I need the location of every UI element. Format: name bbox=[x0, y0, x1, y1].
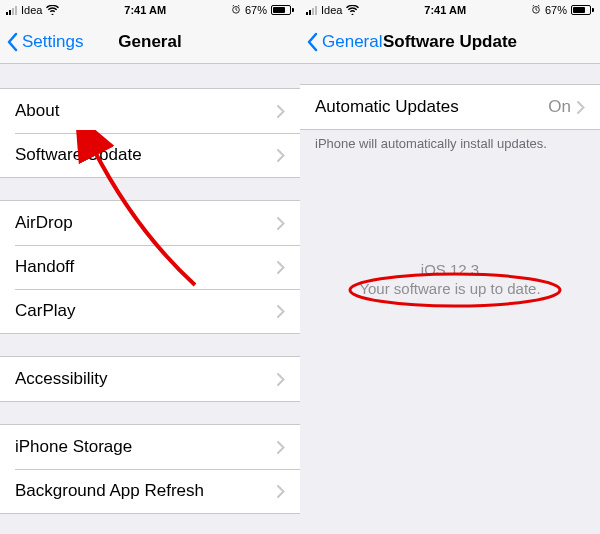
alarm-icon bbox=[531, 4, 541, 16]
ios-version: iOS 12.3 bbox=[300, 261, 600, 278]
chevron-right-icon bbox=[277, 217, 285, 230]
status-time: 7:41 AM bbox=[124, 4, 166, 16]
chevron-right-icon bbox=[277, 373, 285, 386]
chevron-right-icon bbox=[277, 105, 285, 118]
row-automatic-updates[interactable]: Automatic Updates On bbox=[300, 85, 600, 129]
wifi-icon bbox=[346, 5, 359, 15]
battery-icon bbox=[571, 5, 594, 15]
general-settings-screen: Idea 7:41 AM 67% Settings Gene bbox=[0, 0, 300, 534]
status-time: 7:41 AM bbox=[424, 4, 466, 16]
chevron-right-icon bbox=[277, 305, 285, 318]
back-label: General bbox=[322, 32, 382, 52]
status-bar: Idea 7:41 AM 67% bbox=[0, 0, 300, 20]
carrier-label: Idea bbox=[321, 4, 342, 16]
wifi-icon bbox=[46, 5, 59, 15]
signal-icon bbox=[6, 5, 17, 15]
back-label: Settings bbox=[22, 32, 83, 52]
row-value: On bbox=[548, 97, 571, 117]
footer-text: iPhone will automatically install update… bbox=[300, 130, 600, 151]
row-airdrop[interactable]: AirDrop bbox=[0, 201, 300, 245]
row-bg-app-refresh[interactable]: Background App Refresh bbox=[0, 469, 300, 513]
battery-pct: 67% bbox=[245, 4, 267, 16]
row-iphone-storage[interactable]: iPhone Storage bbox=[0, 425, 300, 469]
row-software-update[interactable]: Software Update bbox=[0, 133, 300, 177]
battery-pct: 67% bbox=[545, 4, 567, 16]
status-bar: Idea 7:41 AM 67% bbox=[300, 0, 600, 20]
chevron-right-icon bbox=[277, 441, 285, 454]
chevron-right-icon bbox=[277, 261, 285, 274]
row-about[interactable]: About bbox=[0, 89, 300, 133]
update-status: iOS 12.3 Your software is up to date. bbox=[300, 261, 600, 297]
row-handoff[interactable]: Handoff bbox=[0, 245, 300, 289]
uptodate-msg: Your software is up to date. bbox=[300, 280, 600, 297]
nav-bar: General Software Update bbox=[300, 20, 600, 64]
software-update-screen: Idea 7:41 AM 67% General Softw bbox=[300, 0, 600, 534]
back-button[interactable]: General bbox=[300, 32, 382, 52]
back-button[interactable]: Settings bbox=[0, 32, 83, 52]
row-accessibility[interactable]: Accessibility bbox=[0, 357, 300, 401]
signal-icon bbox=[306, 5, 317, 15]
row-carplay[interactable]: CarPlay bbox=[0, 289, 300, 333]
chevron-right-icon bbox=[577, 101, 585, 114]
chevron-right-icon bbox=[277, 149, 285, 162]
battery-icon bbox=[271, 5, 294, 15]
nav-bar: Settings General bbox=[0, 20, 300, 64]
alarm-icon bbox=[231, 4, 241, 16]
carrier-label: Idea bbox=[21, 4, 42, 16]
chevron-right-icon bbox=[277, 485, 285, 498]
